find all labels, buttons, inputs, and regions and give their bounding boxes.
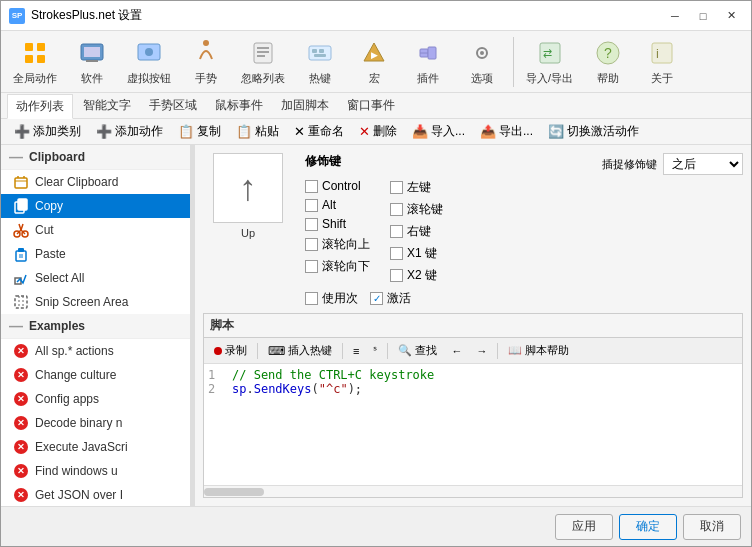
list-item-clear-clipboard[interactable]: Clear Clipboard [1,170,190,194]
toolbar-about[interactable]: i 关于 [637,35,687,88]
use-next-checkbox[interactable] [305,292,318,305]
ok-button[interactable]: 确定 [619,514,677,540]
modifier-left-key[interactable]: 左键 [390,179,443,196]
x1-key-checkbox[interactable] [390,247,403,260]
list-item-snip[interactable]: Snip Screen Area [1,290,190,314]
list-item-all-sp[interactable]: ✕ All sp.* actions [1,339,190,363]
add-type-button[interactable]: ➕ 添加类别 [7,120,88,143]
list-item-paste[interactable]: Paste [1,242,190,266]
format-button[interactable]: ≡ [347,342,365,360]
toolbar-hotkeys[interactable]: 热键 [295,35,345,88]
scroll-wheel-checkbox[interactable] [390,203,403,216]
toolbar-ignore-list[interactable]: 忽略列表 [235,35,291,88]
toolbar-virtual-btn[interactable]: 虚拟按钮 [121,35,177,88]
switch-action-label: 切换激活动作 [567,123,639,140]
copy-label: Copy [35,199,63,213]
left-key-checkbox[interactable] [390,181,403,194]
export-button[interactable]: 📤 导出... [473,120,540,143]
use-next-row[interactable]: 使用次 [305,290,358,307]
import-button[interactable]: 📥 导入... [405,120,472,143]
list-item-cut[interactable]: Cut [1,218,190,242]
tab-action-list[interactable]: 动作列表 [7,94,73,119]
minimize-button[interactable]: ─ [663,6,687,26]
insert-hotkey-button[interactable]: ⌨ 插入热键 [262,340,338,361]
gesture-box: ↑ Up [203,153,293,307]
add-action-icon: ➕ [96,124,112,139]
export-icon: 📤 [480,124,496,139]
modifier-col-1: Control Alt Shift [305,179,370,284]
copy-action-button[interactable]: 📋 复制 [171,120,228,143]
control-checkbox[interactable] [305,180,318,193]
forward-button[interactable]: → [470,342,493,360]
modifier-scroll-up[interactable]: 滚轮向上 [305,236,370,253]
snip-label: Snip Screen Area [35,295,128,309]
copy-action-label: 复制 [197,123,221,140]
tab-mouse-events[interactable]: 鼠标事件 [207,94,271,117]
lint-button[interactable]: ˢ [367,341,383,360]
toolbar-software[interactable]: 软件 [67,35,117,88]
toolbar-import-export[interactable]: ⇄ 导入/导出 [520,35,579,88]
toolbar-global-actions[interactable]: 全局动作 [7,35,63,88]
main-content: — Clipboard Clear Clipboard Copy [1,145,751,506]
record-button[interactable]: 录制 [208,340,253,361]
toolbar-about-label: 关于 [651,71,673,86]
toolbar-gesture[interactable]: 手势 [181,35,231,88]
script-scrollbar-thumb[interactable] [204,488,264,496]
search-button[interactable]: 🔍 查找 [392,340,443,361]
script-help-button[interactable]: 📖 脚本帮助 [502,340,575,361]
tab-gesture-area[interactable]: 手势区域 [141,94,205,117]
modifier-scroll-wheel[interactable]: 滚轮键 [390,201,443,218]
paste-label: Paste [35,247,66,261]
list-item-select-all[interactable]: Select All [1,266,190,290]
after-dropdown[interactable]: 之后 [663,153,743,175]
clear-clipboard-icon [13,174,29,190]
toolbar-help[interactable]: ? 帮助 [583,35,633,88]
modifier-right-key[interactable]: 右键 [390,223,443,240]
paste-action-button[interactable]: 📋 粘贴 [229,120,286,143]
rename-button[interactable]: ✕ 重命名 [287,120,351,143]
config-apps-label: Config apps [35,392,99,406]
list-item-get-json[interactable]: ✕ Get JSON over I [1,483,190,506]
list-item-find-windows[interactable]: ✕ Find windows u [1,459,190,483]
switch-action-button[interactable]: 🔄 切换激活动作 [541,120,646,143]
list-item-decode-binary[interactable]: ✕ Decode binary n [1,411,190,435]
list-item-execute-js[interactable]: ✕ Execute JavaScri [1,435,190,459]
add-action-button[interactable]: ➕ 添加动作 [89,120,170,143]
script-editor[interactable]: 1 // Send the CTRL+C keystroke 2 sp.Send… [204,364,742,485]
alt-checkbox[interactable] [305,199,318,212]
toolbar-plugin[interactable]: 插件 [403,35,453,88]
modifier-alt[interactable]: Alt [305,198,370,212]
search-label: 查找 [415,343,437,358]
list-item-change-culture[interactable]: ✕ Change culture [1,363,190,387]
list-item-copy[interactable]: Copy [1,194,190,218]
modifier-x2-key[interactable]: X2 键 [390,267,443,284]
delete-button[interactable]: ✕ 删除 [352,120,404,143]
activate-row[interactable]: 激活 [370,290,411,307]
close-button[interactable]: ✕ [719,6,743,26]
tab-smart-text[interactable]: 智能文字 [75,94,139,117]
maximize-button[interactable]: □ [691,6,715,26]
toolbar-hotkeys-label: 热键 [309,71,331,86]
modifier-control[interactable]: Control [305,179,370,193]
rename-label: 重命名 [308,123,344,140]
script-scrollbar[interactable] [204,485,742,497]
toolbar-options[interactable]: 选项 [457,35,507,88]
x2-key-checkbox[interactable] [390,269,403,282]
scroll-down-checkbox[interactable] [305,260,318,273]
right-key-checkbox[interactable] [390,225,403,238]
scroll-up-checkbox[interactable] [305,238,318,251]
list-item-config-apps[interactable]: ✕ Config apps [1,387,190,411]
modifier-scroll-down[interactable]: 滚轮向下 [305,258,370,275]
tab-addon-script[interactable]: 加固脚本 [273,94,337,117]
modifier-x1-key[interactable]: X1 键 [390,245,443,262]
back-button[interactable]: ← [445,342,468,360]
modifier-shift[interactable]: Shift [305,217,370,231]
activate-checkbox[interactable] [370,292,383,305]
cancel-button[interactable]: 取消 [683,514,741,540]
toolbar-macro[interactable]: ▶ 宏 [349,35,399,88]
shift-checkbox[interactable] [305,218,318,231]
apply-button[interactable]: 应用 [555,514,613,540]
svg-rect-21 [428,47,436,59]
toolbar-plugin-label: 插件 [417,71,439,86]
tab-window-events[interactable]: 窗口事件 [339,94,403,117]
